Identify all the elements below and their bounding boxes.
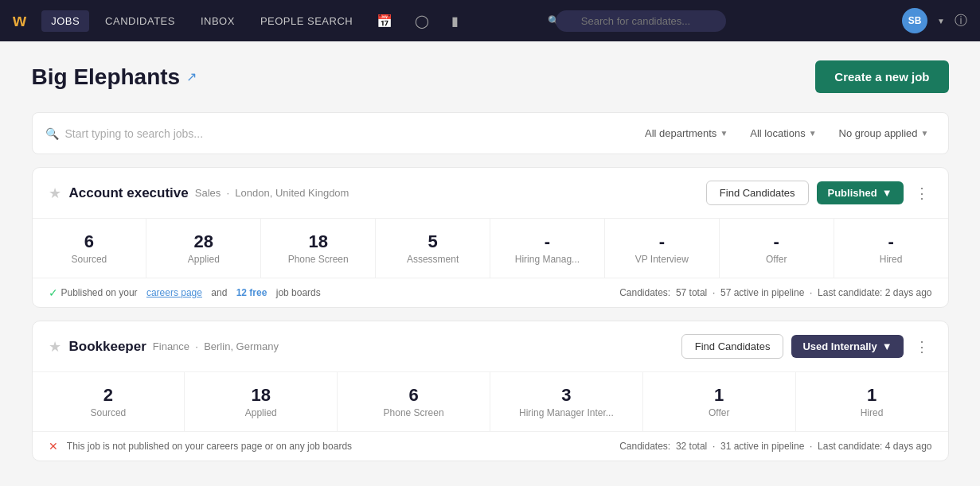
search-wrap: 🔍 (540, 10, 763, 32)
job-card-footer-2: ✕ This job is not published on your care… (33, 431, 948, 461)
nav-people-search[interactable]: PEOPLE SEARCH (251, 10, 362, 32)
external-link-icon[interactable]: ↗ (186, 69, 197, 84)
logo-icon[interactable]: w (13, 10, 25, 31)
job-meta-1: Sales · London, United Kingdom (195, 187, 349, 199)
navbar: w JOBS CANDIDATES INBOX PEOPLE SEARCH 📅 … (0, 0, 980, 41)
stat-applied-1[interactable]: 28 Applied (146, 219, 261, 278)
nav-inbox[interactable]: INBOX (191, 10, 244, 32)
group-chevron-icon: ▼ (921, 129, 929, 138)
published-check-icon: ✓ (49, 286, 58, 299)
status-chevron-icon-1: ▼ (882, 187, 892, 199)
locations-chevron-icon: ▼ (809, 129, 817, 138)
job-card-account-executive: ★ Account executive Sales · London, Unit… (32, 167, 949, 308)
stat-vp-interview-1[interactable]: - VP Interview (605, 219, 720, 278)
star-icon-2[interactable]: ★ (49, 338, 61, 356)
job-card-header-2: ★ Bookkeeper Finance · Berlin, Germany F… (33, 321, 948, 372)
page-title: Big Elephants (32, 64, 181, 90)
job-meta-2: Finance · Berlin, Germany (153, 340, 279, 352)
stat-offer-1[interactable]: - Offer (720, 219, 834, 278)
calendar-icon[interactable]: 📅 (369, 9, 400, 33)
job-title-1: Account executive (69, 185, 189, 201)
careers-page-link-1[interactable]: careers page (146, 287, 202, 298)
stat-hired-1[interactable]: - Hired (834, 219, 948, 278)
user-avatar[interactable]: SB (902, 8, 927, 33)
stat-phone-screen-1[interactable]: 18 Phone Screen (261, 219, 376, 278)
job-actions-1: Find Candidates Published ▼ ⋮ (706, 181, 932, 205)
stat-hiring-manager-1[interactable]: - Hiring Manag... (490, 219, 605, 278)
stat-assessment-1[interactable]: 5 Assessment (376, 219, 490, 278)
avatar-chevron-icon[interactable]: ▼ (937, 17, 945, 25)
pipeline-stats-2: 2 Sourced 18 Applied 6 Phone Screen 3 Hi… (33, 372, 948, 431)
stat-hiring-manager-inter-2[interactable]: 3 Hiring Manager Inter... (490, 372, 643, 431)
create-new-job-button[interactable]: Create a new job (815, 60, 948, 93)
departments-chevron-icon: ▼ (720, 129, 728, 138)
job-search-wrap: 🔍 (45, 127, 240, 140)
job-search-input[interactable] (65, 127, 240, 140)
nav-candidates[interactable]: CANDIDATES (96, 10, 185, 32)
nav-jobs[interactable]: JOBS (41, 10, 89, 32)
stat-phone-screen-2[interactable]: 6 Phone Screen (338, 372, 490, 431)
stat-sourced-2[interactable]: 2 Sourced (33, 372, 185, 431)
status-chevron-icon-2: ▼ (882, 340, 892, 352)
used-internally-status-button-2[interactable]: Used Internally ▼ (791, 335, 903, 358)
main-content: Big Elephants ↗ Create a new job 🔍 All d… (13, 41, 968, 486)
job-title-2: Bookkeeper (69, 339, 146, 355)
published-status-button-1[interactable]: Published ▼ (817, 181, 904, 204)
job-card-bookkeeper: ★ Bookkeeper Finance · Berlin, Germany F… (32, 321, 949, 461)
unpublished-x-icon: ✕ (49, 440, 58, 453)
stat-offer-2[interactable]: 1 Offer (643, 372, 796, 431)
job-card-header-1: ★ Account executive Sales · London, Unit… (33, 168, 948, 219)
footer-publish-status-1: ✓ Published on your careers page and 12 … (49, 286, 321, 299)
free-boards-link-1[interactable]: 12 free (236, 287, 267, 298)
find-candidates-button-2[interactable]: Find Candidates (681, 334, 784, 359)
page-title-wrap: Big Elephants ↗ (32, 64, 197, 90)
filter-bar: 🔍 All departments ▼ All locations ▼ No g… (32, 112, 949, 154)
departments-filter[interactable]: All departments ▼ (638, 124, 734, 142)
stat-hired-2[interactable]: 1 Hired (796, 372, 948, 431)
pipeline-stats-1: 6 Sourced 28 Applied 18 Phone Screen 5 A… (33, 219, 948, 278)
star-icon-1[interactable]: ★ (49, 185, 61, 202)
footer-candidates-info-2: Candidates: 32 total · 31 active in pipe… (619, 441, 931, 452)
locations-filter[interactable]: All locations ▼ (744, 124, 822, 142)
find-candidates-button-1[interactable]: Find Candidates (706, 181, 809, 205)
footer-candidates-info-1: Candidates: 57 total · 57 active in pipe… (619, 287, 931, 298)
filter-right: All departments ▼ All locations ▼ No gro… (638, 124, 935, 142)
search-icon: 🔍 (45, 127, 59, 140)
candidate-search-input[interactable] (556, 10, 726, 32)
job-card-footer-1: ✓ Published on your careers page and 12 … (33, 278, 948, 307)
image-icon[interactable]: ▮ (443, 9, 467, 33)
stat-sourced-1[interactable]: 6 Sourced (33, 219, 147, 278)
group-filter[interactable]: No group applied ▼ (833, 124, 935, 142)
job-actions-2: Find Candidates Used Internally ▼ ⋮ (681, 334, 932, 359)
help-icon[interactable]: ⓘ (955, 13, 967, 29)
footer-publish-status-2: ✕ This job is not published on your care… (49, 440, 353, 453)
more-options-icon-2[interactable]: ⋮ (912, 335, 932, 359)
stat-applied-2[interactable]: 18 Applied (185, 372, 338, 431)
more-options-icon-1[interactable]: ⋮ (912, 181, 932, 205)
clock-icon[interactable]: ◯ (407, 9, 437, 33)
nav-right: SB ▼ ⓘ (902, 8, 967, 33)
page-header: Big Elephants ↗ Create a new job (32, 60, 949, 93)
